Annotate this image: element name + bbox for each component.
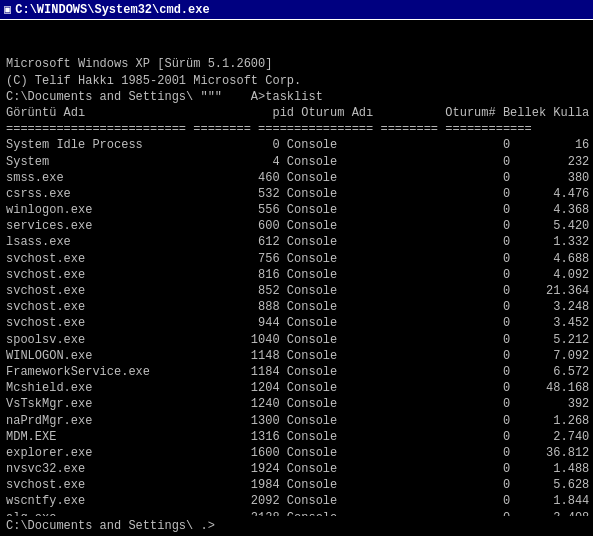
- terminal-line: svchost.exe 1984 Console 0 5.628 K: [6, 477, 587, 493]
- terminal-line: winlogon.exe 556 Console 0 4.368 K: [6, 202, 587, 218]
- terminal-line: Mcshield.exe 1204 Console 0 48.168 K: [6, 380, 587, 396]
- cmd-icon: ▣: [4, 2, 11, 17]
- terminal-line: svchost.exe 756 Console 0 4.688 K: [6, 251, 587, 267]
- terminal-line: MDM.EXE 1316 Console 0 2.740 K: [6, 429, 587, 445]
- terminal-line: Görüntü Adı pid Oturum Adı Oturum# Belle…: [6, 105, 587, 121]
- terminal-line: ========================= ======== =====…: [6, 121, 587, 137]
- terminal-line: wscntfy.exe 2092 Console 0 1.844 K: [6, 493, 587, 509]
- terminal-line: FrameworkService.exe 1184 Console 0 6.57…: [6, 364, 587, 380]
- terminal-line: csrss.exe 532 Console 0 4.476 K: [6, 186, 587, 202]
- terminal-line: svchost.exe 888 Console 0 3.248 K: [6, 299, 587, 315]
- terminal-line: svchost.exe 944 Console 0 3.452 K: [6, 315, 587, 331]
- terminal-line: lsass.exe 612 Console 0 1.332 K: [6, 234, 587, 250]
- terminal-line: svchost.exe 816 Console 0 4.092 K: [6, 267, 587, 283]
- terminal-line: services.exe 600 Console 0 5.420 K: [6, 218, 587, 234]
- title-bar: ▣ C:\WINDOWS\System32\cmd.exe: [0, 0, 593, 20]
- bottom-bar: C:\Documents and Settings\ . >: [0, 516, 593, 536]
- terminal-line: C:\Documents and Settings\ """ A>tasklis…: [6, 89, 587, 105]
- terminal-body[interactable]: Microsoft Windows XP [Sürüm 5.1.2600](C)…: [0, 20, 593, 516]
- terminal-line: Microsoft Windows XP [Sürüm 5.1.2600]: [6, 56, 587, 72]
- bottom-prompt: C:\Documents and Settings\ .: [6, 519, 208, 533]
- terminal-line: WINLOGON.exe 1148 Console 0 7.092 K: [6, 348, 587, 364]
- terminal-line: naPrdMgr.exe 1300 Console 0 1.268 K: [6, 413, 587, 429]
- title-bar-text: C:\WINDOWS\System32\cmd.exe: [15, 3, 209, 17]
- terminal-line: explorer.exe 1600 Console 0 36.812 K: [6, 445, 587, 461]
- cursor: >: [208, 519, 215, 533]
- terminal-line: nvsvc32.exe 1924 Console 0 1.488 K: [6, 461, 587, 477]
- terminal-line: VsTskMgr.exe 1240 Console 0 392 K: [6, 396, 587, 412]
- terminal-line: smss.exe 460 Console 0 380 K: [6, 170, 587, 186]
- cmd-window: ▣ C:\WINDOWS\System32\cmd.exe Microsoft …: [0, 0, 593, 536]
- terminal-line: (C) Telif Hakkı 1985-2001 Microsoft Corp…: [6, 73, 587, 89]
- terminal-line: System 4 Console 0 232 K: [6, 154, 587, 170]
- terminal-line: System Idle Process 0 Console 0 16 K: [6, 137, 587, 153]
- terminal-line: svchost.exe 852 Console 0 21.364 K: [6, 283, 587, 299]
- terminal-line: spoolsv.exe 1040 Console 0 5.212 K: [6, 332, 587, 348]
